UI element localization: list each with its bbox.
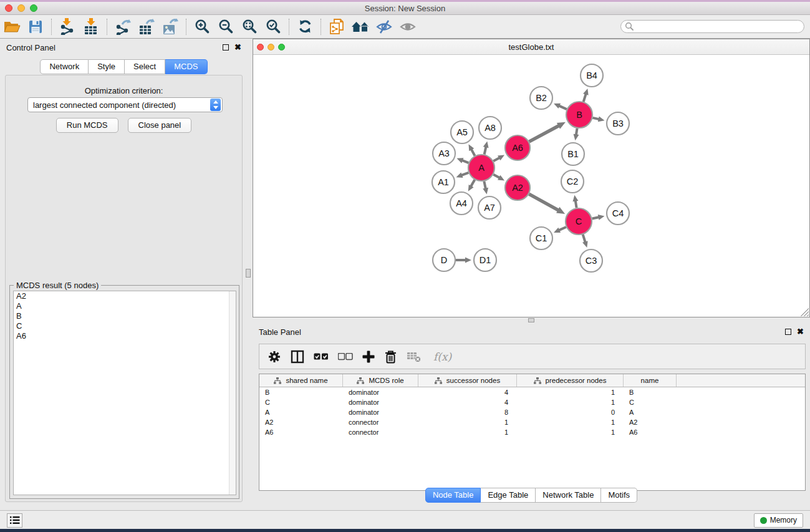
graph-node-A7[interactable]: A7 — [478, 196, 501, 219]
zoom-window-button[interactable] — [30, 4, 37, 12]
float-panel-icon[interactable] — [785, 329, 791, 335]
tab-select[interactable]: Select — [125, 59, 165, 74]
minimize-network-window-button[interactable] — [268, 44, 274, 51]
delete-table-button[interactable] — [407, 351, 422, 363]
tab-edge-table[interactable]: Edge Table — [481, 488, 536, 503]
graph-edge-A-A8[interactable] — [485, 146, 486, 154]
zoom-selected-button[interactable] — [261, 16, 285, 37]
graph-edge-A2-C[interactable] — [529, 194, 559, 210]
close-window-button[interactable] — [5, 4, 12, 12]
create-new-column-button[interactable] — [362, 351, 375, 363]
table-row[interactable]: Bdominator41B — [259, 387, 805, 397]
zoom-network-window-button[interactable] — [278, 44, 285, 51]
import-table-button[interactable] — [79, 16, 103, 37]
graph-node-C1[interactable]: C1 — [530, 227, 552, 249]
search-field[interactable] — [620, 20, 804, 33]
first-neighbors-button[interactable] — [349, 16, 372, 37]
memory-button[interactable]: Memory — [754, 513, 803, 528]
column-header-predecessor-nodes[interactable]: predecessor nodes — [517, 374, 624, 387]
column-header-name[interactable]: name — [624, 374, 677, 387]
graph-node-B2[interactable]: B2 — [530, 87, 552, 109]
export-table-button[interactable] — [135, 16, 158, 37]
close-network-window-button[interactable] — [257, 44, 264, 51]
result-list-item[interactable]: A — [14, 301, 236, 311]
graph-node-A6[interactable]: A6 — [505, 135, 530, 160]
open-session-button[interactable] — [0, 16, 24, 37]
graph-node-C3[interactable]: C3 — [580, 249, 602, 272]
result-list-item[interactable]: A6 — [14, 331, 236, 341]
close-panel-icon[interactable]: ✖ — [234, 44, 241, 51]
column-header-shared-name[interactable]: shared name — [259, 374, 343, 387]
graph-edge-B-B4[interactable] — [584, 94, 586, 102]
run-mcds-button[interactable]: Run MCDS — [56, 118, 118, 133]
show-column-panel-button[interactable] — [291, 350, 304, 364]
table-row[interactable]: Cdominator41C — [259, 397, 805, 407]
clone-network-button[interactable] — [325, 16, 349, 37]
export-network-button[interactable] — [111, 16, 135, 37]
graph-edge-C-C3[interactable] — [583, 235, 586, 243]
graph-node-A1[interactable]: A1 — [432, 171, 455, 193]
graph-edge-C-C1[interactable] — [558, 227, 566, 231]
tab-motifs[interactable]: Motifs — [601, 488, 637, 503]
table-cell: 1 — [517, 418, 624, 426]
table-row[interactable]: A6connector11A6 — [259, 427, 805, 437]
zoom-fit-button[interactable] — [238, 16, 261, 37]
refresh-view-button[interactable] — [293, 16, 317, 37]
graph-node-B[interactable]: B — [566, 102, 592, 128]
result-list-item[interactable]: B — [14, 311, 236, 321]
hide-graphics-details-button[interactable] — [372, 16, 396, 37]
save-session-button[interactable] — [24, 16, 47, 37]
export-image-button[interactable] — [158, 16, 182, 37]
table-row[interactable]: Adominator80A — [259, 407, 805, 417]
graph-node-B1[interactable]: B1 — [562, 143, 584, 165]
graph-edge-A-A4[interactable] — [471, 180, 475, 187]
zoom-in-button[interactable] — [190, 16, 214, 37]
delete-columns-button[interactable] — [384, 350, 397, 364]
tab-mcds[interactable]: MCDS — [165, 59, 207, 74]
graph-node-C2[interactable]: C2 — [561, 170, 584, 193]
show-graphics-details-button[interactable] — [396, 16, 420, 37]
show-panels-menu-button[interactable] — [7, 513, 22, 528]
tab-node-table[interactable]: Node Table — [425, 488, 481, 503]
close-panel-button[interactable]: Close panel — [128, 118, 192, 133]
network-graph-canvas[interactable]: AA1A2A3A4A5A6A7A8BB1B2B3B4CC1C2C3C4DD1 — [253, 55, 809, 317]
table-row[interactable]: A2connector11A2 — [259, 417, 805, 427]
graph-node-A8[interactable]: A8 — [479, 117, 501, 139]
import-network-button[interactable] — [55, 16, 79, 37]
graph-node-D1[interactable]: D1 — [474, 249, 496, 271]
graph-node-A4[interactable]: A4 — [450, 192, 473, 215]
horizontal-splitter-handle[interactable] — [528, 318, 534, 322]
graph-node-A[interactable]: A — [468, 155, 494, 181]
search-input[interactable] — [634, 21, 804, 32]
graph-node-A3[interactable]: A3 — [433, 142, 455, 165]
zoom-out-button[interactable] — [214, 16, 238, 37]
result-list-item[interactable]: C — [14, 321, 236, 331]
mcds-result-list[interactable]: A2ABCA6 — [13, 291, 236, 495]
graph-node-C[interactable]: C — [566, 208, 592, 235]
table-settings-button[interactable] — [268, 350, 281, 364]
vertical-splitter-handle[interactable] — [246, 269, 251, 278]
graph-edge-A6-B[interactable] — [529, 125, 560, 142]
float-panel-icon[interactable] — [223, 44, 229, 51]
result-list-item[interactable]: A2 — [14, 291, 236, 301]
tab-network-table[interactable]: Network Table — [536, 488, 601, 503]
graph-node-B3[interactable]: B3 — [607, 112, 629, 135]
unselect-all-columns-button[interactable] — [338, 353, 353, 360]
tab-network[interactable]: Network — [40, 59, 89, 74]
criterion-select[interactable]: largest connected component (directed) — [27, 97, 223, 112]
graph-node-B4[interactable]: B4 — [581, 64, 603, 87]
graph-node-C4[interactable]: C4 — [607, 202, 629, 225]
window-resize-grip[interactable] — [801, 308, 809, 316]
column-header-MCDS-role[interactable]: MCDS role — [343, 374, 418, 387]
close-panel-icon[interactable]: ✖ — [797, 329, 804, 335]
graph-node-D[interactable]: D — [433, 249, 455, 271]
column-header-successor-nodes[interactable]: successor nodes — [418, 374, 517, 387]
minimize-window-button[interactable] — [17, 4, 25, 12]
graph-node-A2[interactable]: A2 — [505, 175, 530, 200]
tab-style[interactable]: Style — [89, 59, 125, 74]
graph-edge-B-B2[interactable] — [558, 105, 566, 109]
graph-node-A5[interactable]: A5 — [451, 121, 473, 143]
result-list-scrollbar[interactable] — [229, 291, 236, 495]
select-all-columns-button[interactable] — [314, 353, 329, 360]
function-builder-button[interactable]: f(x) — [433, 351, 451, 363]
